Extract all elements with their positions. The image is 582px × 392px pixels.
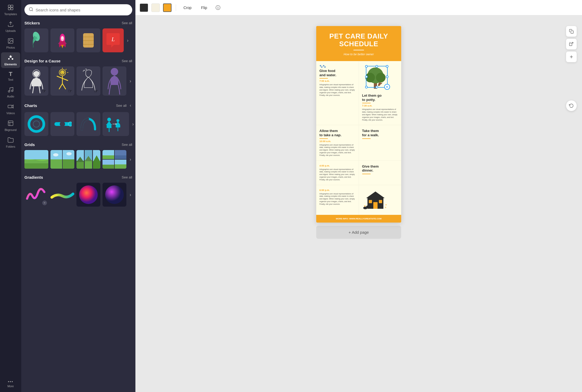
chart-arc[interactable] (76, 112, 100, 136)
canvas-workspace[interactable]: PET CARE DAILY SCHEDULE How to be better… (135, 15, 582, 392)
stickers-scroll-right[interactable]: › (126, 37, 130, 44)
poster-row-1: 🐾🐾 Give foodand water. 7:00 a.m. Infogra… (316, 61, 401, 125)
photos-label: Photos (6, 46, 15, 49)
gradient-item-3[interactable] (76, 183, 100, 207)
poster-section-title-nap: Allow themto take a nap. (319, 129, 356, 137)
handle-tl[interactable] (365, 65, 368, 68)
copy-page-button[interactable] (566, 26, 577, 37)
gradient-add-1[interactable]: + (42, 201, 47, 205)
flip-button[interactable]: Flip (198, 4, 210, 11)
gradient-item-4[interactable] (102, 183, 126, 207)
poster-underline-walk (362, 138, 371, 139)
poster-desc-6pm: Infographics are visual representations … (319, 193, 356, 206)
chart-progress[interactable] (50, 112, 74, 136)
pointer-hand-3: ☞ (94, 88, 98, 94)
svg-point-46 (68, 122, 72, 126)
design-cause-see-all[interactable]: See all (122, 59, 132, 63)
color-swatch-dark[interactable] (140, 3, 148, 12)
stickers-see-all[interactable]: See all (122, 21, 132, 25)
sidebar-item-more[interactable]: ••• More (1, 378, 20, 390)
gradient-item-1[interactable]: + (24, 183, 48, 207)
design-item-2[interactable]: ☞ (50, 66, 74, 96)
design-cause-scroll-right[interactable]: › (129, 77, 132, 85)
duplicate-button[interactable] (566, 39, 577, 49)
poster-underline-food (319, 78, 328, 79)
svg-line-35 (57, 76, 62, 78)
gradients-scroll-right[interactable]: › (129, 191, 132, 199)
charts-scroll-right[interactable]: › (131, 120, 135, 128)
sticker-rocket[interactable] (50, 28, 74, 52)
add-element-button[interactable]: + (384, 84, 390, 90)
svg-point-39 (111, 68, 118, 75)
poster-desc-potty: Infographics are visual representations … (362, 108, 398, 121)
stickers-section-header: Stickers See all (24, 21, 132, 25)
sticker-wood[interactable] (76, 28, 100, 52)
elements-panel: Stickers See all (21, 0, 135, 392)
charts-grid: › (24, 112, 132, 136)
design-item-1[interactable]: ☞ (24, 66, 48, 96)
svg-rect-0 (8, 5, 10, 7)
chart-donut[interactable] (24, 112, 48, 136)
grid-item-3[interactable] (76, 150, 100, 169)
sidebar-item-photos[interactable]: Photos (1, 36, 20, 51)
svg-point-13 (29, 7, 32, 11)
folders-label: Folders (6, 145, 15, 148)
info-button[interactable]: ⓘ (213, 3, 222, 12)
handle-ml[interactable] (365, 75, 368, 78)
grids-see-all[interactable]: See all (122, 143, 132, 147)
gradients-section-header: Gradients See all (24, 175, 132, 180)
uploads-label: Uploads (6, 29, 16, 32)
sidebar-item-videos[interactable]: Videos (1, 101, 20, 117)
handle-tm[interactable] (375, 65, 378, 68)
gradient-item-2[interactable] (50, 183, 74, 207)
svg-rect-71 (93, 161, 100, 169)
svg-rect-98 (379, 200, 382, 203)
sidebar-item-background[interactable]: Bkground (1, 118, 20, 134)
top-toolbar: Crop Flip ⓘ (135, 0, 582, 15)
sidebar-item-uploads[interactable]: Uploads (1, 19, 20, 35)
design-item-4[interactable] (102, 66, 126, 96)
grid-item-2[interactable] (50, 150, 74, 169)
sidebar-item-folders[interactable]: Folders (1, 135, 20, 150)
handle-bl[interactable] (365, 86, 368, 88)
poster-underline-potty (362, 103, 371, 103)
add-page-toolbar-button[interactable] (566, 52, 577, 62)
poster-time-6pm: 6:00 p.m. (319, 189, 356, 191)
sticker-letter[interactable]: L (102, 28, 124, 52)
sidebar-item-audio[interactable]: Audio (1, 84, 20, 100)
poster-design-card[interactable]: PET CARE DAILY SCHEDULE How to be better… (316, 26, 401, 223)
color-swatch-cream[interactable] (151, 3, 160, 12)
elements-label: Elements (5, 63, 17, 66)
search-input[interactable] (36, 8, 128, 12)
gradients-see-all[interactable]: See all (122, 175, 132, 179)
svg-marker-95 (366, 191, 385, 198)
rotate-button[interactable] (566, 100, 577, 111)
more-label: More (7, 385, 14, 388)
chart-people[interactable] (102, 112, 129, 136)
svg-point-8 (12, 58, 13, 60)
sticker-leaf[interactable] (24, 28, 48, 52)
svg-rect-81 (102, 159, 126, 160)
poster-section-title-dinner: Give themdinner. (362, 164, 398, 173)
svg-point-63 (66, 152, 72, 155)
handle-mr[interactable] (386, 75, 388, 78)
grid-item-4[interactable] (102, 150, 126, 169)
grid-item-1[interactable] (24, 150, 48, 169)
uploads-icon (7, 21, 14, 28)
sidebar-item-elements[interactable]: Elements (1, 52, 20, 68)
sidebar-item-text[interactable]: T Text (1, 69, 20, 83)
charts-collapse[interactable]: ‹ (129, 102, 132, 109)
svg-point-9 (8, 91, 10, 92)
design-cause-title: Design for a Cause (24, 59, 61, 63)
add-page-button[interactable]: + Add page (316, 226, 401, 239)
handle-bm[interactable] (375, 86, 378, 88)
svg-line-37 (59, 84, 62, 89)
color-swatch-orange[interactable] (163, 3, 172, 12)
sidebar-item-templates[interactable]: Templates (1, 2, 20, 18)
grids-scroll-right[interactable]: › (129, 156, 132, 163)
handle-tr[interactable] (386, 65, 388, 68)
selection-box (366, 66, 388, 88)
crop-button[interactable]: Crop (180, 4, 195, 11)
design-item-3[interactable]: ☞ (76, 66, 100, 96)
charts-see-all[interactable]: See all (116, 104, 127, 108)
